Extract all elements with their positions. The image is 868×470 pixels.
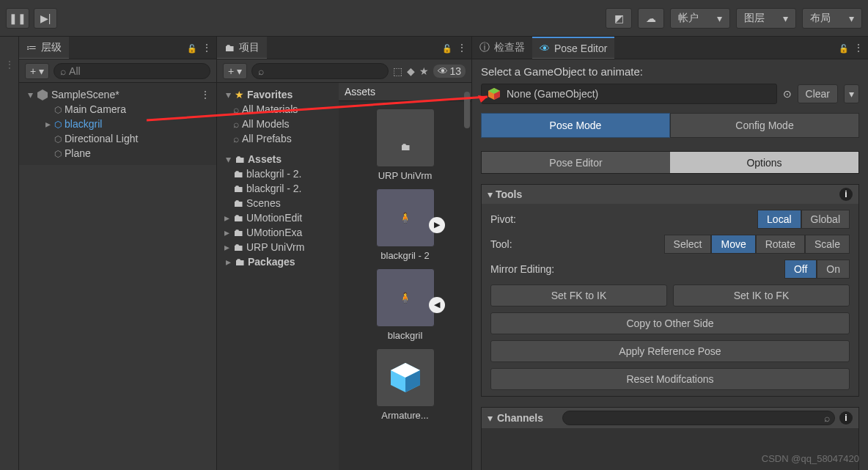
item-label: Scenes [246, 197, 281, 209]
info-icon[interactable]: i [839, 411, 853, 425]
asset-folder[interactable]: blackgril - 2. [217, 181, 336, 196]
account-dropdown[interactable]: 帐户▾ [670, 8, 730, 29]
clear-button[interactable]: Clear [798, 84, 838, 103]
edge-handle-icon[interactable]: ⋮ [4, 59, 15, 70]
filter-type-icon[interactable]: ⬚ [393, 65, 402, 77]
foldout-icon[interactable]: ▸ [44, 118, 51, 130]
hidden-badge[interactable]: 👁13 [433, 65, 466, 78]
target-picker-icon[interactable]: ⊙ [783, 88, 792, 100]
tool-select[interactable]: Select [664, 235, 712, 254]
packages-folder[interactable]: ▸ Packages [217, 254, 336, 269]
foldout-icon[interactable]: ▸ [223, 212, 230, 224]
lock-icon[interactable] [442, 42, 452, 54]
step-button[interactable]: ▶| [34, 8, 57, 29]
hierarchy-item-plane[interactable]: Plane [19, 146, 213, 161]
scene-row[interactable]: ▾ SampleScene* ⋮ [19, 87, 213, 102]
tool-rotate[interactable]: Rotate [756, 235, 805, 254]
hierarchy-search[interactable]: All [54, 63, 210, 79]
tool-scale[interactable]: Scale [805, 235, 850, 254]
lock-icon[interactable] [187, 42, 197, 54]
item-label: Directional Light [65, 133, 138, 144]
pause-button[interactable]: ❚❚ [6, 8, 29, 29]
pause-icon: ❚❚ [9, 12, 26, 24]
item-label: All Materials [242, 103, 298, 115]
set-ik-fk-button[interactable]: Set IK to FK [673, 284, 850, 306]
gameobject-field[interactable]: None (GameObject) [481, 84, 777, 104]
config-mode-button[interactable]: Config Mode [670, 113, 859, 138]
grid-item-folder[interactable]: URP UniVrm [369, 109, 442, 181]
mirror-on[interactable]: On [817, 260, 850, 279]
channels-title: Channels [497, 412, 543, 424]
asset-folder[interactable]: ▸URP UniVrm [217, 240, 336, 254]
cloud-button[interactable]: ☁ [638, 8, 664, 29]
favorites-header[interactable]: ▾ Favorites [217, 87, 336, 102]
fav-all-models[interactable]: All Models [217, 117, 336, 131]
hierarchy-tab[interactable]: ≔ 层级 [19, 37, 69, 59]
hierarchy-item-blackgril[interactable]: ▸ blackgril [19, 117, 213, 131]
subtab-label: Options [746, 157, 781, 169]
channels-search[interactable] [562, 411, 835, 425]
hierarchy-add-button[interactable]: + ▾ [25, 63, 49, 79]
play-badge-icon[interactable]: ▶ [429, 217, 445, 233]
tool-move[interactable]: Move [711, 235, 755, 254]
tab-pose-editor[interactable]: 👁 Pose Editor [532, 37, 614, 59]
foldout-icon[interactable]: ▸ [224, 256, 232, 268]
subtab-options[interactable]: Options [670, 152, 858, 173]
favorite-icon[interactable]: ★ [419, 65, 429, 77]
copy-other-side-button[interactable]: Copy to Other Side [490, 312, 850, 334]
assets-folder[interactable]: ▾ Assets [217, 152, 336, 166]
clear-dropdown[interactable]: ▾ [844, 84, 859, 103]
grid-item-prefab[interactable]: 🧍 ▶ blackgril - 2 [369, 188, 442, 261]
asset-folder[interactable]: ▸UMotionEdit [217, 210, 336, 225]
channels-header[interactable]: ▾ Channels i [482, 408, 858, 428]
mirror-off[interactable]: Off [784, 260, 817, 279]
tab-inspector[interactable]: ⓘ 检查器 [472, 37, 532, 59]
layout-label: 布局 [810, 12, 831, 25]
subtab-pose-editor[interactable]: Pose Editor [482, 152, 670, 173]
hierarchy-item-light[interactable]: Directional Light [19, 131, 213, 146]
pivot-global[interactable]: Global [801, 210, 850, 229]
package-icon: ◩ [614, 12, 624, 24]
foldout-icon[interactable]: ▸ [223, 227, 230, 238]
back-badge-icon[interactable]: ◀ [429, 297, 445, 313]
panel-menu-icon[interactable]: ⋮ [197, 42, 216, 54]
layers-dropdown[interactable]: 图层▾ [736, 8, 796, 29]
search-icon [258, 65, 264, 77]
scrollbar-thumb[interactable] [464, 92, 470, 128]
fav-all-materials[interactable]: All Materials [217, 102, 336, 117]
foldout-icon: ▾ [488, 188, 493, 200]
tools-header[interactable]: ▾ Tools i [482, 185, 858, 204]
asset-folder[interactable]: ▸UMotionExa [217, 225, 336, 240]
panel-menu-icon[interactable]: ⋮ [849, 42, 868, 54]
channels-section: ▾ Channels i [481, 407, 859, 470]
project-tab[interactable]: 项目 [217, 37, 267, 59]
pose-mode-button[interactable]: Pose Mode [481, 113, 670, 138]
grid-label: URP UniVrm [378, 170, 433, 181]
layout-dropdown[interactable]: 布局▾ [802, 8, 862, 29]
grid-breadcrumb[interactable]: Assets [339, 83, 471, 101]
foldout-icon[interactable]: ▾ [26, 89, 34, 100]
pivot-local[interactable]: Local [757, 210, 801, 229]
asset-folder[interactable]: blackgril - 2. [217, 166, 336, 181]
asset-folder[interactable]: Scenes [217, 196, 336, 210]
folder-icon [233, 197, 243, 209]
apply-reference-button[interactable]: Apply Reference Pose [490, 340, 850, 362]
package-button[interactable]: ◩ [606, 8, 632, 29]
info-icon[interactable]: i [839, 188, 853, 201]
project-add-button[interactable]: + ▾ [223, 63, 247, 79]
foldout-icon[interactable]: ▸ [223, 241, 230, 253]
foldout-icon[interactable]: ▾ [224, 89, 232, 100]
folder-icon [233, 168, 243, 180]
grid-item-prefab[interactable]: Armature... [369, 348, 442, 421]
hierarchy-item-camera[interactable]: Main Camera [19, 102, 213, 117]
scene-menu-icon[interactable]: ⋮ [200, 89, 210, 100]
project-search[interactable] [251, 63, 389, 79]
lock-icon[interactable] [839, 42, 849, 54]
reset-modifications-button[interactable]: Reset Modifcations [490, 368, 850, 390]
filter-label-icon[interactable]: ◆ [407, 65, 415, 77]
grid-item-prefab[interactable]: 🧍 ◀ blackgril [369, 268, 442, 341]
panel-menu-icon[interactable]: ⋮ [452, 42, 471, 54]
set-fk-ik-button[interactable]: Set FK to IK [490, 284, 667, 306]
fav-all-prefabs[interactable]: All Prefabs [217, 131, 336, 146]
foldout-icon[interactable]: ▾ [224, 153, 232, 165]
